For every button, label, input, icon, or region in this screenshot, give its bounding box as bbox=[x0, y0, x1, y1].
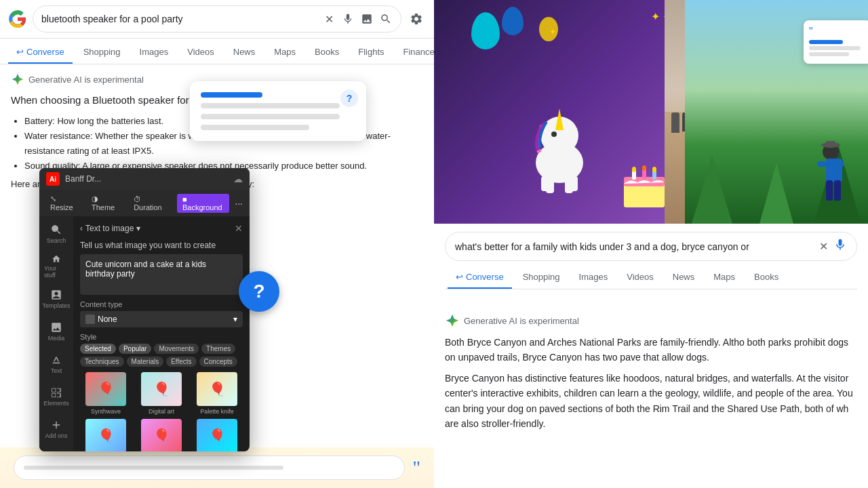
tab-images-left[interactable]: Images bbox=[132, 41, 177, 64]
top-bar: bluetooth speaker for a pool party ✕ bbox=[0, 0, 434, 39]
content-type-label: Content type bbox=[80, 300, 243, 308]
right-panel: ✦ ✦ ✦ bbox=[434, 0, 868, 488]
sidebar-your-stuff[interactable]: Your stuff bbox=[44, 254, 68, 279]
forest-image: " › bbox=[685, 0, 868, 224]
background-btn[interactable]: ■ Background bbox=[177, 194, 229, 213]
tab-shopping-right[interactable]: Shopping bbox=[515, 266, 568, 289]
tab-maps-right[interactable]: Maps bbox=[705, 266, 743, 289]
tab-images-right[interactable]: Images bbox=[571, 266, 616, 289]
adobe-back-btn[interactable]: ‹ Text to image ▾ bbox=[80, 224, 140, 233]
style-tag-movements[interactable]: Movements bbox=[154, 344, 199, 354]
settings-button[interactable] bbox=[407, 9, 426, 28]
sidebar-search-label: Search bbox=[47, 237, 66, 244]
clear-icon[interactable]: ✕ bbox=[322, 12, 336, 26]
style-item-digital[interactable]: 🎈 Digital art bbox=[136, 372, 187, 415]
sidebar-templates[interactable]: Templates bbox=[44, 287, 68, 311]
tab-converse-right[interactable]: ↩ Converse bbox=[448, 266, 512, 289]
style-tag-popular[interactable]: Popular bbox=[119, 344, 151, 354]
unicorn-body bbox=[512, 88, 607, 197]
style-tag-techniques[interactable]: Techniques bbox=[80, 357, 124, 367]
quote-icon: " bbox=[809, 26, 866, 38]
more-options-btn[interactable]: ··· bbox=[235, 198, 243, 209]
ai-badge-text-right: Generative AI is experimental bbox=[464, 316, 579, 326]
voice-search-icon[interactable] bbox=[341, 12, 355, 26]
svg-rect-6 bbox=[541, 176, 549, 191]
duration-btn[interactable]: ⏱ Duration bbox=[130, 194, 172, 213]
tab-news-left[interactable]: News bbox=[225, 41, 264, 64]
search-box[interactable]: bluetooth speaker for a pool party ✕ bbox=[33, 5, 401, 33]
tab-news-right[interactable]: News bbox=[665, 266, 703, 289]
style-item-layered[interactable]: 🎈 Layered paper bbox=[80, 419, 132, 451]
ai-text-1: Both Bryce Canyon and Arches National Pa… bbox=[445, 335, 857, 365]
style-tag-concepts[interactable]: Concepts bbox=[199, 357, 237, 367]
sidebar-media-label: Media bbox=[48, 335, 65, 342]
fc-line-2 bbox=[201, 114, 340, 119]
cake bbox=[617, 163, 671, 214]
adobe-panel: Ai Banff Dr... ☁ ⤡ Resize ◑ Theme ⏱ Dura… bbox=[39, 168, 250, 451]
style-item-synthwave[interactable]: 🎈 Synthwave bbox=[80, 372, 132, 415]
image-area: ✦ ✦ ✦ bbox=[434, 0, 868, 224]
tab-videos-left[interactable]: Videos bbox=[179, 41, 222, 64]
adobe-cloud-icon[interactable]: ☁ bbox=[233, 174, 243, 184]
right-search-box[interactable]: what's better for a family with kids und… bbox=[445, 232, 857, 261]
tab-books-left[interactable]: Books bbox=[307, 41, 347, 64]
float-card-lines bbox=[201, 92, 355, 130]
style-tag-materials[interactable]: Materials bbox=[127, 357, 164, 367]
adobe-content: Search Your stuff Templates Media Text bbox=[39, 216, 250, 451]
style-item-neon[interactable]: 🎈 Neon bbox=[136, 419, 187, 451]
quote-line-1 bbox=[809, 46, 861, 50]
theme-btn[interactable]: ◑ Theme bbox=[87, 193, 124, 213]
tab-shopping-left[interactable]: Shopping bbox=[75, 41, 129, 64]
svg-rect-32 bbox=[834, 180, 841, 201]
tab-videos-right[interactable]: Videos bbox=[618, 266, 662, 289]
style-label: Style bbox=[80, 333, 243, 341]
right-clear-btn[interactable]: ✕ bbox=[819, 240, 828, 253]
right-nav-tabs: ↩ Converse Shopping Images Videos News M… bbox=[445, 266, 857, 289]
resize-btn[interactable]: ⤡ Resize bbox=[46, 193, 82, 213]
left-panel: bluetooth speaker for a pool party ✕ ↩ C… bbox=[0, 0, 434, 488]
bottom-left-bar: " bbox=[0, 447, 434, 488]
tab-books-right[interactable]: Books bbox=[746, 266, 787, 289]
style-item-palette[interactable]: 🎈 Palette knife bbox=[191, 372, 243, 415]
style-tag-effects[interactable]: Effects bbox=[166, 357, 196, 367]
converse-icon-right: ↩ bbox=[456, 272, 463, 282]
adobe-sidebar: Search Your stuff Templates Media Text bbox=[39, 216, 73, 451]
svg-rect-34 bbox=[835, 161, 844, 167]
svg-rect-8 bbox=[624, 184, 665, 207]
bottom-search-input[interactable] bbox=[14, 455, 405, 480]
search-icons: ✕ bbox=[322, 12, 393, 26]
tree-1 bbox=[692, 156, 732, 224]
tab-converse-left[interactable]: ↩ Converse bbox=[8, 41, 73, 64]
sidebar-elements[interactable]: Elements bbox=[44, 384, 68, 409]
sidebar-media[interactable]: Media bbox=[44, 319, 68, 344]
right-mic-btn[interactable] bbox=[833, 238, 847, 255]
man-figure bbox=[814, 140, 848, 210]
sidebar-search[interactable]: Search bbox=[44, 222, 68, 246]
search-submit-icon[interactable] bbox=[379, 12, 393, 26]
big-question-mark[interactable]: ? bbox=[239, 271, 279, 312]
svg-rect-31 bbox=[826, 180, 833, 201]
ai-text-2: Bryce Canyon has distinctive features li… bbox=[445, 371, 857, 432]
style-tag-selected[interactable]: Selected bbox=[80, 344, 116, 354]
tab-finance-left[interactable]: Finance bbox=[395, 41, 435, 64]
adobe-close-btn[interactable]: ✕ bbox=[235, 223, 243, 234]
content-type-value: None bbox=[98, 314, 117, 324]
svg-point-14 bbox=[642, 165, 646, 171]
quote-card: " bbox=[804, 20, 868, 64]
float-card-question-mark: ? bbox=[340, 89, 358, 107]
style-item-chaotic[interactable]: 🎈 Chaotic bbox=[191, 419, 243, 451]
sidebar-your-stuff-label: Your stuff bbox=[44, 265, 68, 279]
balloon-blue bbox=[502, 7, 524, 35]
sidebar-text[interactable]: Text bbox=[44, 352, 68, 376]
fc-line-3 bbox=[201, 125, 309, 130]
tab-flights-left[interactable]: Flights bbox=[350, 41, 392, 64]
svg-rect-7 bbox=[570, 176, 578, 191]
sidebar-templates-label: Templates bbox=[42, 302, 70, 309]
image-search-icon[interactable] bbox=[360, 12, 374, 26]
describe-textarea[interactable]: Cute unicorn and a cake at a kids birthd… bbox=[80, 254, 243, 295]
content-type-select[interactable]: None ▾ bbox=[80, 311, 243, 327]
svg-point-3 bbox=[551, 131, 557, 137]
style-tag-themes[interactable]: Themes bbox=[201, 344, 235, 354]
tab-maps-left[interactable]: Maps bbox=[266, 41, 304, 64]
sidebar-add-ons[interactable]: Add ons bbox=[44, 417, 68, 441]
